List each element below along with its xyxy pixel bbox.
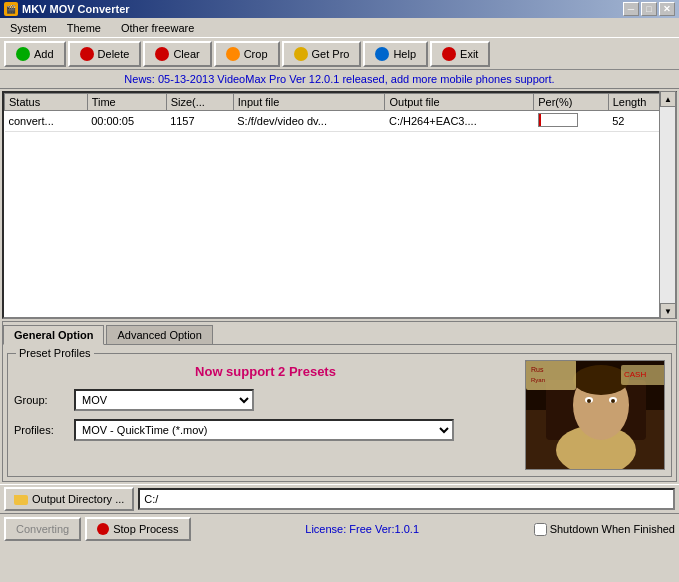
preset-support-text: Now support 2 Presets xyxy=(14,364,517,379)
preset-inner: Now support 2 Presets Group: MOV Profile… xyxy=(14,360,665,470)
crop-button[interactable]: Crop xyxy=(214,41,280,67)
cell-size: 1157 xyxy=(166,111,233,132)
getpro-button[interactable]: Get Pro xyxy=(282,41,362,67)
stop-label: Stop Process xyxy=(113,523,178,535)
output-dir-label: Output Directory ... xyxy=(32,493,124,505)
license-text: License: Free Ver:1.0.1 xyxy=(195,523,530,535)
cell-time: 00:00:05 xyxy=(87,111,166,132)
menu-bar: System Theme Other freeware xyxy=(0,18,679,38)
scroll-track xyxy=(660,107,675,303)
profiles-select[interactable]: MOV - QuickTime (*.mov) xyxy=(74,419,454,441)
cell-input: S:/f/dev/video dv... xyxy=(233,111,385,132)
add-icon xyxy=(16,47,30,61)
delete-button[interactable]: Delete xyxy=(68,41,142,67)
svg-point-9 xyxy=(611,399,615,403)
svg-text:Ryan: Ryan xyxy=(531,377,545,383)
progress-fill xyxy=(539,114,541,126)
menu-system[interactable]: System xyxy=(4,20,53,36)
col-time[interactable]: Time xyxy=(87,94,166,111)
tabs-bar: General Option Advanced Option xyxy=(3,322,676,345)
col-status[interactable]: Status xyxy=(5,94,88,111)
col-percent[interactable]: Per(%) xyxy=(534,94,609,111)
stop-process-button[interactable]: Stop Process xyxy=(85,517,190,541)
preview-image: Rus Ryan CASH xyxy=(525,360,665,470)
group-select[interactable]: MOV xyxy=(74,389,254,411)
table-row: convert... 00:00:05 1157 S:/f/dev/video … xyxy=(5,111,675,132)
cell-percent xyxy=(534,111,609,132)
clear-icon xyxy=(155,47,169,61)
minimize-button[interactable]: ─ xyxy=(623,2,639,16)
shutdown-label[interactable]: Shutdown When Finished xyxy=(534,523,675,536)
options-area: General Option Advanced Option Preset Pr… xyxy=(2,321,677,482)
preset-group-box: Preset Profiles Now support 2 Presets Gr… xyxy=(7,353,672,477)
tab-general[interactable]: General Option xyxy=(3,325,104,345)
output-dir-bar: Output Directory ... xyxy=(0,484,679,514)
clear-button[interactable]: Clear xyxy=(143,41,211,67)
title-bar-left: 🎬 MKV MOV Converter xyxy=(4,2,130,16)
getpro-icon xyxy=(294,47,308,61)
title-bar-text: MKV MOV Converter xyxy=(22,3,130,15)
profiles-row: Profiles: MOV - QuickTime (*.mov) xyxy=(14,419,517,441)
col-output[interactable]: Output file xyxy=(385,94,534,111)
app-icon: 🎬 xyxy=(4,2,18,16)
crop-icon xyxy=(226,47,240,61)
cell-output: C:/H264+EAC3.... xyxy=(385,111,534,132)
title-bar-controls: ─ □ ✕ xyxy=(623,2,675,16)
group-label: Group: xyxy=(14,394,74,406)
progress-bar xyxy=(538,113,578,127)
toolbar: Add Delete Clear Crop Get Pro Help Exit xyxy=(0,38,679,70)
output-dir-button[interactable]: Output Directory ... xyxy=(4,487,134,511)
preset-left: Now support 2 Presets Group: MOV Profile… xyxy=(14,360,517,470)
add-button[interactable]: Add xyxy=(4,41,66,67)
exit-icon xyxy=(442,47,456,61)
menu-other[interactable]: Other freeware xyxy=(115,20,200,36)
shutdown-checkbox[interactable] xyxy=(534,523,547,536)
svg-rect-10 xyxy=(526,360,576,390)
tab-advanced[interactable]: Advanced Option xyxy=(106,325,212,345)
preview-svg: Rus Ryan CASH xyxy=(526,360,664,470)
title-bar: 🎬 MKV MOV Converter ─ □ ✕ xyxy=(0,0,679,18)
maximize-button[interactable]: □ xyxy=(641,2,657,16)
col-input[interactable]: Input file xyxy=(233,94,385,111)
cell-status: convert... xyxy=(5,111,88,132)
shutdown-text: Shutdown When Finished xyxy=(550,523,675,535)
output-dir-input[interactable] xyxy=(138,488,675,510)
group-row: Group: MOV xyxy=(14,389,517,411)
bottom-bar: Converting Stop Process License: Free Ve… xyxy=(0,514,679,544)
help-button[interactable]: Help xyxy=(363,41,428,67)
scroll-up-arrow[interactable]: ▲ xyxy=(660,91,676,107)
converting-button[interactable]: Converting xyxy=(4,517,81,541)
preview-placeholder: Rus Ryan CASH xyxy=(526,360,664,470)
folder-icon xyxy=(14,495,28,505)
close-button[interactable]: ✕ xyxy=(659,2,675,16)
news-bar: News: 05-13-2013 VideoMax Pro Ver 12.0.1… xyxy=(0,70,679,89)
col-size[interactable]: Size(... xyxy=(166,94,233,111)
preset-area: Preset Profiles Now support 2 Presets Gr… xyxy=(3,345,676,481)
preset-group-label: Preset Profiles xyxy=(16,347,94,359)
svg-text:CASH: CASH xyxy=(624,370,646,379)
news-text: News: 05-13-2013 VideoMax Pro Ver 12.0.1… xyxy=(124,73,554,85)
converting-label: Converting xyxy=(16,523,69,535)
svg-text:Rus: Rus xyxy=(531,366,544,373)
menu-theme[interactable]: Theme xyxy=(61,20,107,36)
scroll-down-arrow[interactable]: ▼ xyxy=(660,303,676,319)
stop-icon xyxy=(97,523,109,535)
file-table: Status Time Size(... Input file Output f… xyxy=(4,93,675,132)
profiles-label: Profiles: xyxy=(14,424,74,436)
scrollbar-right[interactable]: ▲ ▼ xyxy=(659,91,675,319)
svg-point-8 xyxy=(587,399,591,403)
delete-icon xyxy=(80,47,94,61)
help-icon xyxy=(375,47,389,61)
exit-button[interactable]: Exit xyxy=(430,41,490,67)
svg-point-5 xyxy=(573,365,629,395)
